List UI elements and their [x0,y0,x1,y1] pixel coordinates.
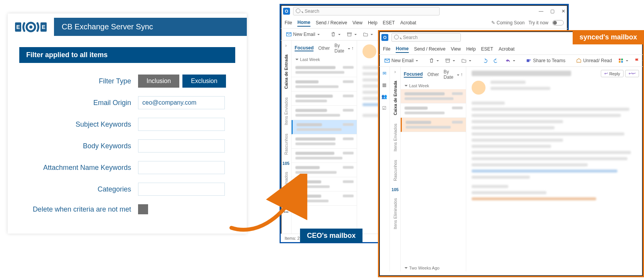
message-item[interactable] [292,63,357,77]
other-tab[interactable]: Other [427,72,439,77]
flag-icon [634,58,640,63]
message-item-selected[interactable] [401,118,466,132]
categorize-button[interactable] [616,57,631,64]
envelope-open-icon [576,58,582,63]
maximize-button[interactable]: ▢ [550,8,555,14]
undo-button[interactable] [480,57,490,64]
sent-tab[interactable]: Itens Enviados [284,95,288,127]
move-button[interactable] [361,31,375,38]
menu-home[interactable]: Home [297,19,310,27]
unread-read-button[interactable]: Unread/ Read [574,57,614,64]
svg-rect-24 [619,59,620,60]
message-list: Focused Other By Date ↑ Last Week Two We… [401,67,466,271]
todo-icon[interactable]: ☑ [382,105,386,111]
message-item[interactable] [292,92,357,106]
delete-label: Delete when criteria are not met [23,205,131,214]
email-origin-input[interactable] [138,96,225,109]
subject-keywords-label: Subject Keywords [23,120,131,129]
reply-button[interactable]: ↩Reply [601,70,624,77]
menu-help[interactable]: Help [466,46,476,53]
menubar: File Home Send / Receive View Help ESET … [281,17,568,29]
menu-acrobat[interactable]: Acrobat [400,19,416,26]
menu-eset[interactable]: ESET [383,19,395,26]
search-placeholder: Search [305,8,319,14]
sort-button[interactable]: By Date ↑ [443,69,463,80]
focused-tab[interactable]: Focused [404,71,423,78]
menu-file[interactable]: File [383,46,390,53]
reply-all-button[interactable]: ↩↩ [625,70,639,77]
collapse-icon[interactable]: › [285,43,287,48]
delete-button[interactable] [328,31,343,38]
titlebar-search[interactable]: Search [391,33,461,42]
reading-subject [472,71,571,76]
group-header[interactable]: Two Weeks Ago [401,264,466,271]
attachment-keywords-label: Attachment Name Keywords [23,164,131,172]
attachment-keywords-input[interactable] [138,161,225,174]
inbox-tab[interactable]: Caixa de Entrada [284,52,288,91]
sort-button[interactable]: By Date ↑ [334,43,354,54]
share-teams-button[interactable]: Share to Teams [524,57,568,64]
focused-tab[interactable]: Focused [295,45,314,51]
group-header[interactable]: Last Week [292,56,357,63]
menu-view[interactable]: View [352,19,362,26]
menu-home[interactable]: Home [396,45,408,53]
archive-button[interactable] [443,57,457,64]
menu-eset[interactable]: ESET [481,46,493,53]
delete-checkbox[interactable] [138,204,148,214]
teams-icon [526,58,531,63]
drafts-tab[interactable]: Rascunhos [284,131,288,157]
collapse-icon[interactable]: › [394,69,396,75]
new-email-button[interactable]: New Email [284,31,322,38]
move-button[interactable] [459,57,474,64]
archive-button[interactable] [344,31,359,38]
folder-move-icon [363,32,368,37]
deleted-tab[interactable]: Itens Eliminados [393,196,398,232]
mail-icon[interactable]: ✉ [383,71,386,76]
svg-rect-26 [619,61,620,63]
menu-help[interactable]: Help [368,19,378,26]
search-icon [296,8,302,14]
follow-up-button[interactable] [632,57,643,64]
subject-keywords-input[interactable] [138,118,225,131]
other-tab[interactable]: Other [318,46,330,51]
people-icon[interactable]: 👥 [381,94,387,99]
categories-input[interactable] [138,183,225,196]
cb-title: CB Exchange Server Sync [54,18,247,36]
drafts-tab[interactable]: Rascunhos [393,158,398,183]
outlook-icon: O [283,8,290,15]
close-button[interactable]: ✕ [561,8,565,14]
menu-file[interactable]: File [285,19,292,26]
titlebar-search[interactable]: Search [293,7,440,15]
message-item[interactable] [292,149,357,163]
message-item[interactable] [292,134,357,149]
delete-button[interactable] [427,57,441,64]
sent-tab[interactable]: Itens Enviados [393,121,398,154]
svg-rect-25 [621,59,623,60]
message-item[interactable] [401,89,466,103]
new-email-button[interactable]: New Email [382,57,420,64]
calendar-icon[interactable]: ▦ [382,82,386,88]
menu-acrobat[interactable]: Acrobat [499,46,514,53]
minimize-button[interactable]: — [539,8,543,14]
try-it-toggle[interactable] [552,20,564,25]
redo-button[interactable] [491,57,501,64]
inclusion-button[interactable]: Inclusion [138,75,179,88]
menu-view[interactable]: View [451,46,461,53]
message-item[interactable] [401,103,466,118]
search-icon [394,35,401,41]
menu-send-receive[interactable]: Send / Receive [316,19,347,26]
group-header[interactable]: Last Week [401,82,466,89]
body-keywords-input[interactable] [138,139,225,153]
filter-type-label: Filter Type [23,77,131,85]
reading-pane: ↩Reply ↩↩ [466,67,643,271]
menu-send-receive[interactable]: Send / Receive [414,46,445,53]
trash-icon [429,58,434,63]
cb-exchange-filter-panel: E E CB Exchange Server Sync Filter appli… [8,14,247,234]
message-item[interactable] [292,77,357,92]
message-item-selected[interactable] [292,120,357,134]
reply-split-button[interactable] [503,57,518,64]
svg-rect-8 [348,34,351,36]
message-item[interactable] [292,106,357,120]
exclusion-button[interactable]: Exclusion [182,75,226,88]
inbox-tab[interactable]: Caixa de Entrada [393,78,398,117]
